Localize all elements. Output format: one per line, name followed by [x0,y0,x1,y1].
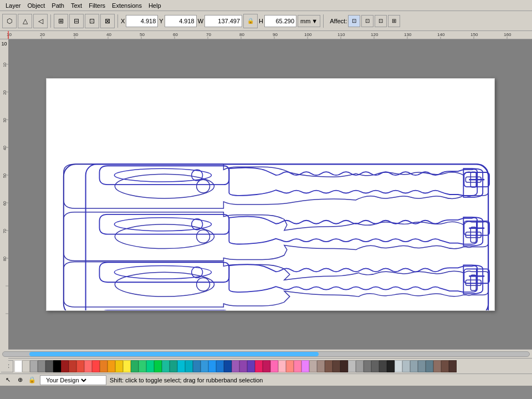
color-swatch[interactable] [146,360,154,372]
color-swatch[interactable] [263,360,270,372]
layer-selector[interactable]: Your Design [40,375,106,385]
horizontal-scrollbar[interactable] [0,349,532,358]
menu-filters[interactable]: Filters [85,1,109,10]
color-swatch[interactable] [426,360,433,372]
color-swatch[interactable] [340,360,348,372]
color-swatch[interactable] [208,360,216,372]
color-swatch[interactable] [216,360,224,372]
color-swatch[interactable] [418,360,426,372]
color-swatch[interactable] [84,360,92,372]
color-swatch[interactable] [100,360,108,372]
color-swatch[interactable] [348,360,356,372]
color-swatch[interactable] [387,360,395,372]
color-swatch[interactable] [325,360,332,372]
color-swatch[interactable] [45,360,53,372]
color-swatch[interactable] [177,360,185,372]
color-swatch[interactable] [108,360,115,372]
w-input[interactable] [204,15,242,27]
toolbar-btn-3[interactable]: ◁ [33,14,48,28]
affect-btn-4[interactable]: ⊞ [388,15,400,27]
toolbar-btn-1[interactable]: ⬡ [2,14,17,28]
color-swatch[interactable] [76,360,84,372]
color-swatch[interactable] [123,360,131,372]
color-palette: ✕ [0,358,532,374]
color-swatch[interactable] [402,360,410,372]
zoom-icon: ⊕ [16,376,24,385]
affect-btn-3[interactable]: ⊡ [375,15,387,27]
color-swatch[interactable] [201,360,208,372]
color-swatch[interactable] [371,360,379,372]
color-swatch[interactable] [154,360,162,372]
color-swatch[interactable] [53,360,61,372]
toolbar-btn-6[interactable]: ⊡ [85,14,99,28]
color-swatch[interactable] [364,360,371,372]
unit-selector[interactable]: mm ▼ [298,15,320,27]
color-swatch[interactable] [449,360,457,372]
color-swatch[interactable] [61,360,69,372]
menu-object[interactable]: Object [24,1,49,10]
menu-text[interactable]: Text [68,1,85,10]
lock-btn[interactable]: 🔒 [243,14,258,28]
toolbar-btn-4[interactable]: ⊞ [54,14,68,28]
color-swatch[interactable] [30,360,38,372]
color-swatch[interactable] [232,360,239,372]
color-swatch[interactable] [131,360,139,372]
toolbar-btn-5[interactable]: ⊟ [69,14,84,28]
color-swatch[interactable] [379,360,387,372]
svg-text:50: 50 [3,173,7,178]
menu-path[interactable]: Path [48,1,68,10]
color-swatch[interactable] [395,360,402,372]
h-input[interactable] [264,15,296,27]
color-swatch[interactable] [317,360,325,372]
color-swatch[interactable] [224,360,232,372]
color-swatch[interactable] [193,360,201,372]
color-swatch[interactable] [38,360,45,372]
menu-help[interactable]: Help [145,1,165,10]
color-swatch[interactable] [278,360,286,372]
affect-btn-2[interactable]: ⊡ [361,15,374,27]
svg-text:20: 20 [3,90,7,95]
scroll-thumb[interactable] [29,352,319,356]
color-swatch[interactable] [433,360,441,372]
affect-label: Affect: [330,18,347,24]
color-swatch[interactable] [294,360,301,372]
svg-point-76 [191,218,202,229]
color-swatch[interactable] [270,360,278,372]
color-swatch[interactable] [410,360,418,372]
svg-text:110: 110 [337,32,345,37]
color-swatch[interactable] [139,360,146,372]
color-swatch[interactable] [14,360,22,372]
color-swatch[interactable] [286,360,294,372]
color-swatch[interactable] [115,360,123,372]
lock-icon: 🔒 [28,376,37,385]
color-swatch[interactable] [332,360,340,372]
canvas-area[interactable] [8,39,532,349]
layer-dropdown[interactable]: Your Design [44,376,88,384]
svg-point-75 [114,217,211,231]
y-input[interactable] [165,15,197,27]
svg-text:140: 140 [437,32,445,37]
affect-btn-1[interactable]: ⊡ [348,15,360,27]
color-swatch[interactable] [239,360,247,372]
color-swatch[interactable] [22,360,30,372]
color-swatch[interactable] [356,360,364,372]
svg-point-80 [114,265,211,279]
color-swatch[interactable] [162,360,170,372]
color-swatch[interactable] [185,360,193,372]
color-swatch[interactable] [441,360,449,372]
color-swatch[interactable] [301,360,309,372]
color-swatch[interactable] [170,360,177,372]
color-swatch[interactable] [92,360,100,372]
color-swatch[interactable] [69,360,76,372]
color-swatch[interactable] [309,360,317,372]
menu-extensions[interactable]: Extensions [109,1,145,10]
x-input[interactable] [126,15,158,27]
menu-layer[interactable]: Layer [2,1,24,10]
toolbar-btn-2[interactable]: △ [18,14,32,28]
scroll-track[interactable] [2,351,530,357]
svg-text:100: 100 [304,32,312,37]
toolbar-btn-7[interactable]: ⊠ [100,14,115,28]
color-swatch[interactable] [255,360,263,372]
color-swatch[interactable] [247,360,255,372]
key-3 [99,262,489,294]
